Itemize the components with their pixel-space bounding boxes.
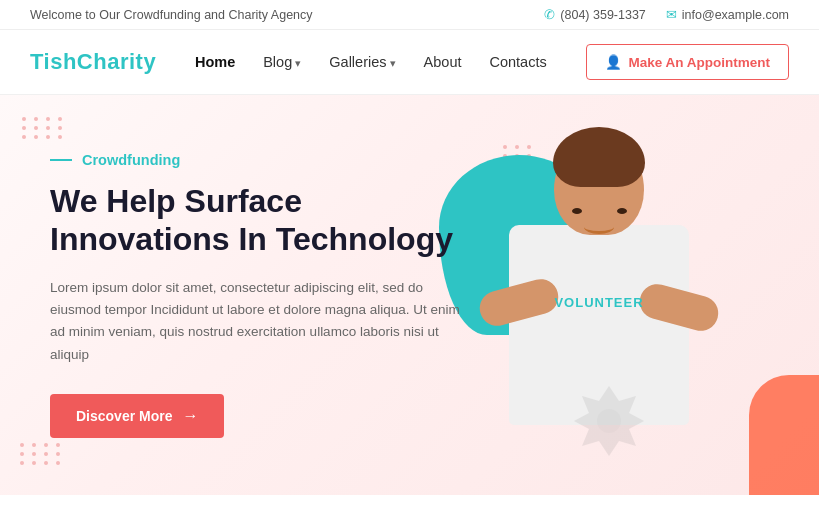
appointment-label: Make An Appointment (629, 55, 771, 70)
eye-left (572, 208, 582, 214)
header: TishCharity Home Blog Galleries About Co… (0, 30, 819, 95)
main-nav: Home Blog Galleries About Contacts (195, 53, 547, 71)
email-address: info@example.com (682, 8, 789, 22)
hero-tag: Crowdfunding (50, 152, 460, 168)
person-image: VOLUNTEER (459, 125, 739, 495)
contact-info: ✆ (804) 359-1337 ✉ info@example.com (544, 7, 789, 22)
user-icon: 👤 (605, 54, 622, 70)
smile (584, 220, 614, 234)
hero-title-line2: Innovations In Technology (50, 221, 453, 257)
phone-link[interactable]: ✆ (804) 359-1337 (544, 7, 645, 22)
nav-item-blog[interactable]: Blog (263, 53, 301, 71)
eyes (554, 208, 644, 214)
dots-bottom-left (20, 443, 63, 465)
top-bar: Welcome to Our Crowdfunding and Charity … (0, 0, 819, 30)
nav-item-home[interactable]: Home (195, 53, 235, 71)
arrow-icon: → (182, 407, 198, 425)
phone-number: (804) 359-1337 (560, 8, 645, 22)
hero-title: We Help Surface Innovations In Technolog… (50, 182, 460, 259)
watermark (569, 381, 649, 465)
welcome-text: Welcome to Our Crowdfunding and Charity … (30, 8, 313, 22)
nav-link-galleries[interactable]: Galleries (329, 54, 395, 70)
face (554, 190, 644, 250)
nav-link-contacts[interactable]: Contacts (489, 54, 546, 70)
email-icon: ✉ (666, 7, 677, 22)
nav-link-home[interactable]: Home (195, 54, 235, 70)
nav-link-blog[interactable]: Blog (263, 54, 301, 70)
logo[interactable]: TishCharity (30, 49, 156, 75)
orange-accent (749, 375, 819, 495)
dots-top-left (22, 117, 65, 139)
hair (553, 127, 645, 187)
hero-title-line1: We Help Surface (50, 183, 302, 219)
eye-right (617, 208, 627, 214)
hero-content: Crowdfunding We Help Surface Innovations… (50, 152, 460, 438)
nav-link-about[interactable]: About (424, 54, 462, 70)
nav-item-about[interactable]: About (424, 53, 462, 71)
hero-description: Lorem ipsum dolor sit amet, consectetur … (50, 277, 460, 366)
nav-item-galleries[interactable]: Galleries (329, 53, 395, 71)
hero-section: VOLUNTEER Crowdfunding We Help Surface I… (0, 95, 819, 495)
appointment-button[interactable]: 👤 Make An Appointment (586, 44, 790, 80)
discover-label: Discover More (76, 408, 172, 424)
volunteer-text: VOLUNTEER (554, 295, 643, 310)
phone-icon: ✆ (544, 7, 555, 22)
svg-point-1 (597, 409, 621, 433)
discover-button[interactable]: Discover More → (50, 394, 224, 438)
nav-item-contacts[interactable]: Contacts (489, 53, 546, 71)
email-link[interactable]: ✉ info@example.com (666, 7, 789, 22)
